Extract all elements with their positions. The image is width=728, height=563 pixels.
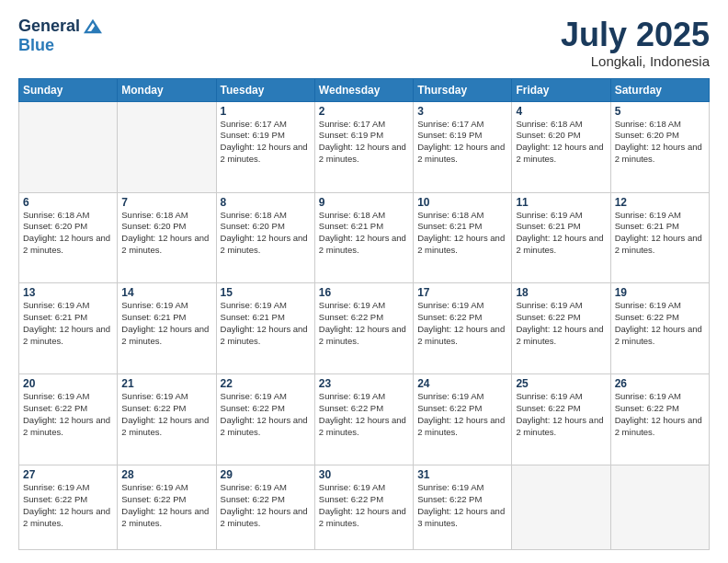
header: General Blue July 2025 Longkali, Indones… xyxy=(18,17,710,69)
day-info: Sunrise: 6:19 AM Sunset: 6:22 PM Dayligh… xyxy=(121,482,211,529)
calendar-header-row: Sunday Monday Tuesday Wednesday Thursday… xyxy=(19,78,710,101)
table-row: 26Sunrise: 6:19 AM Sunset: 6:22 PM Dayli… xyxy=(610,374,709,465)
table-row: 25Sunrise: 6:19 AM Sunset: 6:22 PM Dayli… xyxy=(512,374,610,465)
month-title: July 2025 xyxy=(561,17,710,53)
day-info: Sunrise: 6:18 AM Sunset: 6:20 PM Dayligh… xyxy=(615,119,705,166)
day-number: 11 xyxy=(516,196,606,209)
table-row xyxy=(118,101,216,192)
table-row: 11Sunrise: 6:19 AM Sunset: 6:21 PM Dayli… xyxy=(512,192,610,283)
table-row: 19Sunrise: 6:19 AM Sunset: 6:22 PM Dayli… xyxy=(610,283,709,374)
table-row: 3Sunrise: 6:17 AM Sunset: 6:19 PM Daylig… xyxy=(414,101,512,192)
calendar-week-row: 27Sunrise: 6:19 AM Sunset: 6:22 PM Dayli… xyxy=(19,465,710,550)
day-info: Sunrise: 6:18 AM Sunset: 6:20 PM Dayligh… xyxy=(121,210,211,257)
day-number: 20 xyxy=(23,377,113,390)
day-number: 6 xyxy=(23,196,113,209)
logo: General Blue xyxy=(18,17,102,55)
col-thursday: Thursday xyxy=(414,78,512,101)
day-info: Sunrise: 6:17 AM Sunset: 6:19 PM Dayligh… xyxy=(221,119,311,166)
day-number: 12 xyxy=(615,196,705,209)
day-info: Sunrise: 6:19 AM Sunset: 6:22 PM Dayligh… xyxy=(516,391,606,438)
day-info: Sunrise: 6:18 AM Sunset: 6:20 PM Dayligh… xyxy=(516,119,606,166)
day-info: Sunrise: 6:17 AM Sunset: 6:19 PM Dayligh… xyxy=(417,119,507,166)
day-info: Sunrise: 6:19 AM Sunset: 6:22 PM Dayligh… xyxy=(417,391,507,438)
table-row: 13Sunrise: 6:19 AM Sunset: 6:21 PM Dayli… xyxy=(19,283,118,374)
col-monday: Monday xyxy=(118,78,216,101)
table-row: 31Sunrise: 6:19 AM Sunset: 6:22 PM Dayli… xyxy=(414,465,512,550)
table-row: 10Sunrise: 6:18 AM Sunset: 6:21 PM Dayli… xyxy=(414,192,512,283)
day-number: 31 xyxy=(417,468,507,481)
table-row: 24Sunrise: 6:19 AM Sunset: 6:22 PM Dayli… xyxy=(414,374,512,465)
day-number: 13 xyxy=(23,286,113,299)
day-info: Sunrise: 6:19 AM Sunset: 6:22 PM Dayligh… xyxy=(23,391,113,438)
day-number: 8 xyxy=(221,196,311,209)
day-info: Sunrise: 6:19 AM Sunset: 6:21 PM Dayligh… xyxy=(516,210,606,257)
day-number: 15 xyxy=(221,286,311,299)
table-row: 5Sunrise: 6:18 AM Sunset: 6:20 PM Daylig… xyxy=(610,101,709,192)
table-row: 7Sunrise: 6:18 AM Sunset: 6:20 PM Daylig… xyxy=(118,192,216,283)
day-info: Sunrise: 6:18 AM Sunset: 6:20 PM Dayligh… xyxy=(221,210,311,257)
logo-general-text: General xyxy=(18,17,80,36)
calendar-page: General Blue July 2025 Longkali, Indones… xyxy=(0,0,728,563)
table-row: 17Sunrise: 6:19 AM Sunset: 6:22 PM Dayli… xyxy=(414,283,512,374)
day-number: 7 xyxy=(121,196,211,209)
day-info: Sunrise: 6:19 AM Sunset: 6:22 PM Dayligh… xyxy=(516,300,606,347)
day-number: 5 xyxy=(615,105,705,118)
day-info: Sunrise: 6:19 AM Sunset: 6:22 PM Dayligh… xyxy=(319,482,409,529)
day-number: 27 xyxy=(23,468,113,481)
table-row: 16Sunrise: 6:19 AM Sunset: 6:22 PM Dayli… xyxy=(314,283,413,374)
day-info: Sunrise: 6:18 AM Sunset: 6:21 PM Dayligh… xyxy=(319,210,409,257)
col-tuesday: Tuesday xyxy=(216,78,314,101)
day-number: 16 xyxy=(319,286,409,299)
day-number: 24 xyxy=(417,377,507,390)
day-info: Sunrise: 6:19 AM Sunset: 6:22 PM Dayligh… xyxy=(417,482,507,529)
day-number: 1 xyxy=(221,105,311,118)
day-info: Sunrise: 6:19 AM Sunset: 6:22 PM Dayligh… xyxy=(221,482,311,529)
day-info: Sunrise: 6:19 AM Sunset: 6:22 PM Dayligh… xyxy=(23,482,113,529)
logo-blue-text: Blue xyxy=(18,36,54,55)
calendar-table: Sunday Monday Tuesday Wednesday Thursday… xyxy=(18,78,710,550)
day-info: Sunrise: 6:18 AM Sunset: 6:21 PM Dayligh… xyxy=(417,210,507,257)
table-row: 27Sunrise: 6:19 AM Sunset: 6:22 PM Dayli… xyxy=(19,465,118,550)
table-row: 9Sunrise: 6:18 AM Sunset: 6:21 PM Daylig… xyxy=(314,192,413,283)
calendar-week-row: 13Sunrise: 6:19 AM Sunset: 6:21 PM Dayli… xyxy=(19,283,710,374)
table-row xyxy=(610,465,709,550)
table-row: 14Sunrise: 6:19 AM Sunset: 6:21 PM Dayli… xyxy=(118,283,216,374)
day-info: Sunrise: 6:19 AM Sunset: 6:22 PM Dayligh… xyxy=(121,391,211,438)
table-row: 28Sunrise: 6:19 AM Sunset: 6:22 PM Dayli… xyxy=(118,465,216,550)
table-row: 18Sunrise: 6:19 AM Sunset: 6:22 PM Dayli… xyxy=(512,283,610,374)
day-number: 26 xyxy=(615,377,705,390)
day-number: 18 xyxy=(516,286,606,299)
day-number: 25 xyxy=(516,377,606,390)
day-info: Sunrise: 6:19 AM Sunset: 6:21 PM Dayligh… xyxy=(23,300,113,347)
day-info: Sunrise: 6:19 AM Sunset: 6:22 PM Dayligh… xyxy=(319,391,409,438)
day-number: 21 xyxy=(121,377,211,390)
day-info: Sunrise: 6:17 AM Sunset: 6:19 PM Dayligh… xyxy=(319,119,409,166)
day-info: Sunrise: 6:19 AM Sunset: 6:22 PM Dayligh… xyxy=(417,300,507,347)
day-info: Sunrise: 6:19 AM Sunset: 6:21 PM Dayligh… xyxy=(221,300,311,347)
day-number: 22 xyxy=(221,377,311,390)
logo-icon xyxy=(84,19,102,34)
title-block: July 2025 Longkali, Indonesia xyxy=(561,17,710,69)
day-number: 14 xyxy=(121,286,211,299)
day-number: 3 xyxy=(417,105,507,118)
table-row: 4Sunrise: 6:18 AM Sunset: 6:20 PM Daylig… xyxy=(512,101,610,192)
table-row: 22Sunrise: 6:19 AM Sunset: 6:22 PM Dayli… xyxy=(216,374,314,465)
table-row: 2Sunrise: 6:17 AM Sunset: 6:19 PM Daylig… xyxy=(314,101,413,192)
day-number: 28 xyxy=(121,468,211,481)
location: Longkali, Indonesia xyxy=(561,53,710,69)
table-row: 23Sunrise: 6:19 AM Sunset: 6:22 PM Dayli… xyxy=(314,374,413,465)
col-friday: Friday xyxy=(512,78,610,101)
day-number: 9 xyxy=(319,196,409,209)
day-number: 23 xyxy=(319,377,409,390)
table-row: 12Sunrise: 6:19 AM Sunset: 6:21 PM Dayli… xyxy=(610,192,709,283)
col-saturday: Saturday xyxy=(610,78,709,101)
day-number: 4 xyxy=(516,105,606,118)
day-number: 10 xyxy=(417,196,507,209)
day-info: Sunrise: 6:19 AM Sunset: 6:22 PM Dayligh… xyxy=(615,300,705,347)
table-row xyxy=(512,465,610,550)
table-row: 15Sunrise: 6:19 AM Sunset: 6:21 PM Dayli… xyxy=(216,283,314,374)
table-row: 20Sunrise: 6:19 AM Sunset: 6:22 PM Dayli… xyxy=(19,374,118,465)
calendar-week-row: 20Sunrise: 6:19 AM Sunset: 6:22 PM Dayli… xyxy=(19,374,710,465)
day-info: Sunrise: 6:19 AM Sunset: 6:22 PM Dayligh… xyxy=(319,300,409,347)
day-number: 29 xyxy=(221,468,311,481)
